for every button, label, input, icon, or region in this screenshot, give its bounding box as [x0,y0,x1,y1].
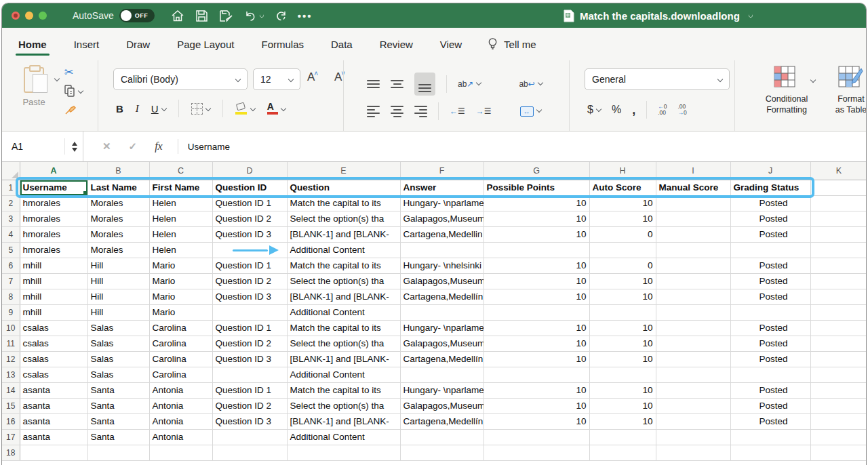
cell-F13[interactable] [400,367,484,382]
cell-D7[interactable]: Question ID 2 [212,273,287,289]
cell-G9[interactable] [484,304,589,320]
cell-D4[interactable]: Question ID 3 [212,226,287,242]
cell-H15[interactable]: 10 [589,398,656,413]
format-as-table-button[interactable]: Formatas Table [825,66,867,115]
cell-F15[interactable]: Galapagos,Museum [400,398,484,413]
cell-A1[interactable]: Username [20,180,87,195]
cell-B2[interactable]: Morales [87,195,149,211]
row-header-18[interactable]: 18 [2,445,20,460]
cell-I1[interactable]: Manual Score [656,180,730,195]
tab-view[interactable]: View [439,35,463,54]
cell-J7[interactable]: Posted [730,273,810,289]
cell-C16[interactable]: Antonia [149,413,212,429]
cell-A8[interactable]: mhill [20,289,87,304]
cell-D11[interactable]: Question ID 2 [212,336,287,351]
cell-D13[interactable] [212,367,287,382]
cell-H18[interactable] [589,445,656,460]
cell-C15[interactable]: Antonia [149,398,212,413]
cell-B10[interactable]: Salas [87,320,149,336]
cell-A10[interactable]: csalas [20,320,87,336]
wrap-text-chevron[interactable] [538,80,543,85]
cell-I9[interactable] [656,304,730,320]
cell-G6[interactable]: 10 [484,258,589,273]
cell-B3[interactable]: Morales [87,211,149,226]
paste-menu-chevron[interactable] [54,76,60,81]
cell-C3[interactable]: Helen [149,211,212,226]
cell-B14[interactable]: Santa [87,382,149,398]
cell-C12[interactable]: Carolina [149,351,212,367]
underline-chevron[interactable] [161,106,166,111]
row-header-1[interactable]: 1 [2,180,20,195]
font-color-chevron[interactable] [280,106,285,111]
cell-E10[interactable]: Match the capital to its [287,320,400,336]
cell-C9[interactable]: Mario [149,304,212,320]
cell-I14[interactable] [656,382,730,398]
cell-C5[interactable]: Helen [149,242,212,258]
cell-E11[interactable]: Select the option(s) tha [287,336,400,351]
decrease-indent-button[interactable]: ←☰ [450,106,465,116]
cell-J2[interactable]: Posted [730,195,810,211]
cell-G11[interactable]: 10 [484,336,589,351]
cell-J15[interactable]: Posted [730,398,810,413]
cell-D14[interactable]: Question ID 1 [212,382,287,398]
cell-J16[interactable]: Posted [730,413,810,429]
fill-color-button[interactable] [235,103,255,115]
merge-center-chevron[interactable] [536,106,541,112]
cell-H6[interactable]: 0 [589,258,656,273]
cell-C11[interactable]: Carolina [149,336,212,351]
cell-F12[interactable]: Cartagena,Medellín [400,351,484,367]
cell-A5[interactable]: hmorales [20,242,87,258]
undo-icon[interactable] [244,9,264,22]
cell-J4[interactable]: Posted [730,226,810,242]
cell-J3[interactable]: Posted [730,211,810,226]
cell-I8[interactable] [656,289,730,304]
save-icon[interactable] [195,9,208,22]
cell-J17[interactable] [730,429,810,445]
cell-I10[interactable] [656,320,730,336]
insert-function-icon[interactable]: fx [155,140,163,153]
cell-I7[interactable] [656,273,730,289]
decrease-decimal-button[interactable]: .00→0 [677,104,686,116]
cell-I17[interactable] [656,429,730,445]
cell-I15[interactable] [656,398,730,413]
cell-E8[interactable]: [BLANK-1] and [BLANK- [287,289,400,304]
cell-H9[interactable] [589,304,656,320]
cell-K4[interactable] [810,226,867,242]
row-header-2[interactable]: 2 [2,195,20,211]
row-header-16[interactable]: 16 [2,413,20,429]
fill-color-chevron[interactable] [250,106,255,111]
row-header-6[interactable]: 6 [2,258,20,273]
row-header-8[interactable]: 8 [2,289,20,304]
zoom-window-button[interactable] [39,12,47,20]
cell-K17[interactable] [810,429,867,445]
tab-tell-me[interactable]: Tell me [488,35,538,54]
cell-I11[interactable] [656,336,730,351]
align-right-button[interactable] [414,106,427,117]
cell-D1[interactable]: Question ID [212,180,287,195]
tab-data[interactable]: Data [330,35,354,54]
cell-H7[interactable]: 10 [589,273,656,289]
cell-E3[interactable]: Select the option(s) tha [287,211,400,226]
borders-button[interactable] [191,103,210,115]
minimize-window-button[interactable] [25,12,33,20]
cell-K9[interactable] [810,304,867,320]
cell-K1[interactable] [810,180,867,195]
row-header-11[interactable]: 11 [2,336,20,351]
cell-B15[interactable]: Santa [87,398,149,413]
align-center-button[interactable] [391,106,403,117]
undo-menu-chevron[interactable] [258,13,264,18]
cell-A13[interactable]: csalas [20,367,87,382]
cell-G12[interactable]: 10 [484,351,589,367]
cell-A11[interactable]: csalas [20,336,87,351]
row-header-4[interactable]: 4 [2,226,20,242]
merge-center-button[interactable]: ↔ [520,106,541,117]
cell-D6[interactable]: Question ID 1 [212,258,287,273]
cell-A2[interactable]: hmorales [20,195,87,211]
cell-F11[interactable]: Galapagos,Museum [400,336,484,351]
increase-decimal-button[interactable]: ←0.00 [658,104,667,116]
cell-G16[interactable]: 10 [484,413,589,429]
cell-C17[interactable]: Antonia [149,429,212,445]
percent-format-button[interactable]: % [612,104,621,116]
cell-E4[interactable]: [BLANK-1] and [BLANK- [287,226,400,242]
cell-K3[interactable] [810,211,867,226]
